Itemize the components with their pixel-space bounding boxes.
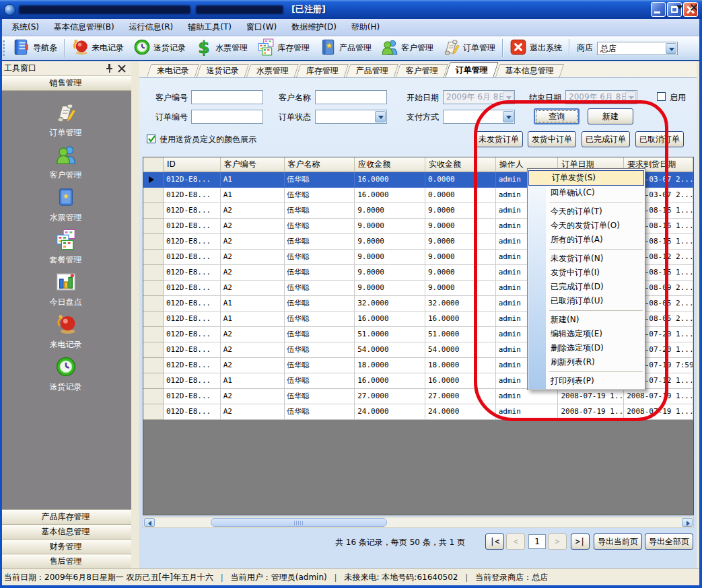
toolbar-button-dollar[interactable]: $水票管理 xyxy=(190,38,252,59)
context-menu-item[interactable]: 已完成订单(D) xyxy=(528,280,645,294)
table-cell[interactable]: 012D-E8... xyxy=(164,203,221,219)
table-cell[interactable]: 0.0000 xyxy=(425,172,496,188)
order-no-input[interactable] xyxy=(191,110,263,124)
table-cell[interactable]: 2008-07-19 1... xyxy=(558,404,624,420)
row-selector[interactable] xyxy=(143,404,164,420)
table-cell[interactable]: 012D-E8... xyxy=(164,389,221,404)
table-cell[interactable]: 012D-E8... xyxy=(164,188,221,203)
customer-no-input[interactable] xyxy=(191,90,263,104)
row-selector[interactable] xyxy=(143,219,164,234)
pin-icon[interactable] xyxy=(104,63,114,74)
row-selector[interactable] xyxy=(143,265,164,281)
horizontal-scrollbar[interactable] xyxy=(143,517,694,528)
table-cell[interactable]: 16.0000 xyxy=(355,188,425,203)
toolbar-button-bookstar[interactable]: 产品管理 xyxy=(314,38,376,59)
table-cell[interactable]: A2 xyxy=(221,342,285,358)
table-cell[interactable]: A2 xyxy=(221,389,285,404)
table-cell[interactable]: 伍华聪 xyxy=(285,327,355,342)
scrollbar-thumb[interactable] xyxy=(211,518,387,527)
table-cell[interactable]: A1 xyxy=(221,296,285,311)
table-cell[interactable]: A2 xyxy=(221,203,285,219)
table-cell[interactable]: 51.0000 xyxy=(355,327,425,342)
row-selector[interactable] xyxy=(143,358,164,373)
row-selector[interactable] xyxy=(143,327,164,342)
table-cell[interactable]: A1 xyxy=(221,188,285,203)
table-cell[interactable]: 012D-E8... xyxy=(164,281,221,296)
table-cell[interactable]: 16.0000 xyxy=(355,172,425,188)
table-cell[interactable]: 012D-E8... xyxy=(164,311,221,327)
context-menu-item[interactable]: 删除选定项(D) xyxy=(528,341,645,355)
row-selector[interactable] xyxy=(143,389,164,404)
table-cell[interactable]: 9.0000 xyxy=(425,250,496,265)
table-cell[interactable]: A2 xyxy=(221,219,285,234)
tab-订单管理[interactable]: 订单管理 xyxy=(445,62,498,77)
context-menu-item[interactable]: 回单确认(C) xyxy=(528,186,645,200)
export-all-pages-button[interactable]: 导出全部页 xyxy=(645,534,693,550)
last-page-button[interactable]: >| xyxy=(571,534,590,550)
column-header[interactable]: 实收金额 xyxy=(425,157,496,172)
table-cell[interactable]: 012D-E8... xyxy=(164,296,221,311)
table-cell[interactable]: 伍华聪 xyxy=(285,188,355,203)
page-number-input[interactable]: 1 xyxy=(528,534,546,549)
table-cell[interactable]: A1 xyxy=(221,172,285,188)
scroll-right-icon[interactable] xyxy=(682,518,693,527)
table-cell[interactable]: 伍华聪 xyxy=(285,389,355,404)
delivery-color-checkbox[interactable] xyxy=(147,135,155,143)
first-page-button[interactable]: |< xyxy=(485,534,504,550)
table-row[interactable]: 012D-E8...A2伍华聪27.000027.0000admin2008-0… xyxy=(143,389,693,404)
table-cell[interactable]: A2 xyxy=(221,265,285,281)
table-cell[interactable]: 9.0000 xyxy=(355,281,425,296)
row-selector[interactable] xyxy=(143,203,164,219)
tab-list-dropdown-icon[interactable] xyxy=(676,5,683,9)
table-row[interactable]: 012D-E8...A2伍华聪24.000024.0000admin2008-0… xyxy=(143,404,693,420)
table-cell[interactable]: 18.0000 xyxy=(425,358,496,373)
status-filter-button[interactable]: 已取消订单 xyxy=(635,131,684,147)
table-cell[interactable]: 16.0000 xyxy=(355,311,425,327)
next-page-button[interactable]: > xyxy=(548,534,567,550)
table-cell[interactable]: 18.0000 xyxy=(355,358,425,373)
row-selector[interactable] xyxy=(143,250,164,265)
table-cell[interactable]: admin xyxy=(496,389,559,404)
table-cell[interactable]: 伍华聪 xyxy=(285,172,355,188)
table-cell[interactable]: 9.0000 xyxy=(355,219,425,234)
column-header[interactable]: ID xyxy=(164,157,221,172)
table-cell[interactable]: 16.0000 xyxy=(355,373,425,389)
scroll-left-icon[interactable] xyxy=(144,518,155,527)
table-cell[interactable]: 24.0000 xyxy=(425,404,496,420)
table-cell[interactable]: 伍华聪 xyxy=(285,265,355,281)
table-cell[interactable]: 27.0000 xyxy=(425,389,496,404)
status-filter-button[interactable]: 已完成订单 xyxy=(582,131,630,147)
toolbar-button-people[interactable]: 客户管理 xyxy=(376,38,438,59)
close-icon[interactable] xyxy=(116,63,127,74)
tab-来电记录[interactable]: 来电记录 xyxy=(147,64,199,77)
table-cell[interactable]: 012D-E8... xyxy=(164,219,221,234)
sidebar-item-clock[interactable]: 送货记录 xyxy=(0,353,131,396)
row-selector[interactable] xyxy=(143,373,164,389)
start-date-picker[interactable]: 2009年 6月 8日 xyxy=(443,90,515,104)
chevron-down-icon[interactable] xyxy=(666,43,676,54)
table-cell[interactable]: 2008-07-19 1... xyxy=(624,404,693,420)
sidebar-item-card[interactable]: 水票管理 xyxy=(0,184,131,226)
table-cell[interactable]: 2008-07-19 1... xyxy=(558,389,624,404)
toolbar-button-bell[interactable]: 来电记录 xyxy=(67,38,129,59)
context-menu-item[interactable]: 今天的发货订单(O) xyxy=(528,219,645,233)
row-selector[interactable] xyxy=(143,188,164,203)
row-selector[interactable] xyxy=(143,311,164,327)
row-selector[interactable] xyxy=(143,172,164,188)
table-cell[interactable]: 32.0000 xyxy=(425,296,496,311)
table-cell[interactable]: 9.0000 xyxy=(425,265,496,281)
column-header[interactable]: 客户名称 xyxy=(285,157,355,172)
tab-基本信息管理[interactable]: 基本信息管理 xyxy=(495,64,564,77)
customer-name-input[interactable] xyxy=(315,90,387,104)
table-cell[interactable]: 32.0000 xyxy=(355,296,425,311)
table-cell[interactable]: 012D-E8... xyxy=(164,250,221,265)
toolbar-button-exit[interactable]: 退出系统 xyxy=(505,38,567,59)
table-cell[interactable]: 2008-07-19 1... xyxy=(624,389,693,404)
table-cell[interactable]: 9.0000 xyxy=(425,203,496,219)
context-menu-item[interactable]: 发货中订单(I) xyxy=(528,266,645,280)
row-selector[interactable] xyxy=(143,234,164,250)
table-cell[interactable]: admin xyxy=(496,404,559,420)
table-cell[interactable]: 012D-E8... xyxy=(164,342,221,358)
tab-水票管理[interactable]: 水票管理 xyxy=(246,64,299,77)
menubar-item[interactable]: 运行信息(R) xyxy=(122,19,181,36)
